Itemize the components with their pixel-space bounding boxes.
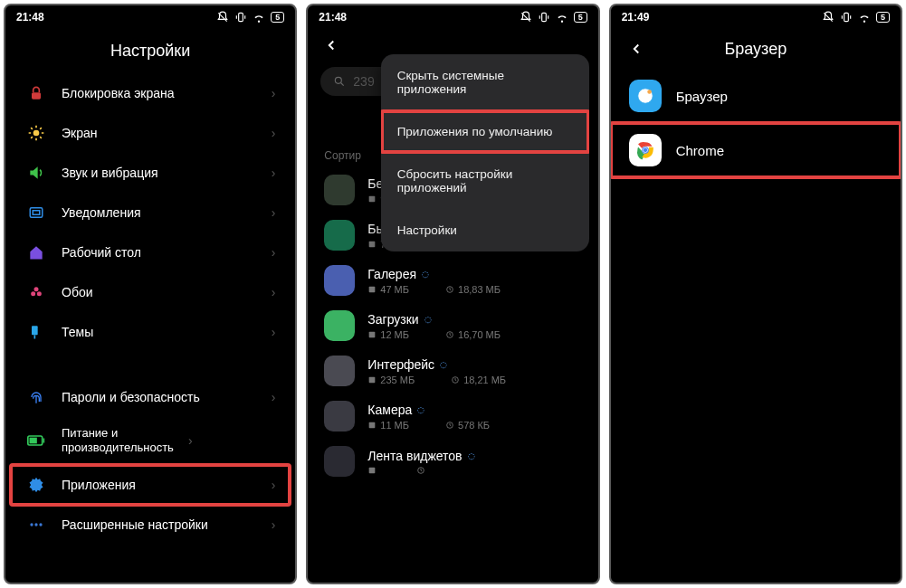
- gear-icon: [25, 474, 47, 496]
- sun-icon: [25, 122, 47, 144]
- chrome-icon: [629, 134, 662, 166]
- svg-rect-17: [541, 13, 546, 21]
- app-row[interactable]: Интерфейс◌235 МБ18,21 МБ: [308, 348, 597, 394]
- settings-item-label: Рабочий стол: [62, 245, 257, 260]
- app-size: 235 МБ: [367, 375, 415, 385]
- svg-point-6: [31, 291, 35, 296]
- app-cache: 578 КБ: [445, 420, 490, 431]
- brush-icon: [25, 321, 47, 343]
- svg-rect-25: [369, 331, 376, 337]
- settings-item-label: Обои: [62, 285, 257, 299]
- app-row[interactable]: Галерея◌47 МБ18,83 МБ: [308, 258, 597, 303]
- status-right: 5: [822, 11, 890, 24]
- settings-item-label: Блокировка экрана: [62, 86, 257, 100]
- svg-rect-21: [369, 241, 376, 247]
- svg-point-15: [34, 523, 37, 526]
- search-placeholder: 239: [353, 74, 374, 89]
- settings-item-home[interactable]: Рабочий стол›: [11, 232, 290, 272]
- app-cache: 18,21 МБ: [451, 375, 506, 385]
- app-icon: [324, 220, 355, 251]
- status-right: 5: [520, 11, 587, 24]
- status-bar: 21:49 5: [611, 5, 901, 25]
- settings-item-flower[interactable]: Обои›: [11, 272, 290, 312]
- battery-icon: 5: [876, 12, 890, 23]
- app-row[interactable]: Камера◌11 МБ578 КБ: [308, 394, 597, 439]
- dots-icon: [25, 514, 47, 536]
- menu-item[interactable]: Сбросить настройки приложений: [381, 153, 589, 209]
- status-time: 21:48: [16, 11, 44, 24]
- back-button[interactable]: [625, 38, 647, 60]
- svg-rect-29: [369, 422, 376, 428]
- flower-icon: [25, 281, 47, 303]
- status-time: 21:49: [622, 11, 650, 24]
- wifi-icon: [253, 11, 265, 24]
- settings-item-sun[interactable]: Экран›: [11, 113, 290, 153]
- settings-item-brush[interactable]: Темы›: [11, 312, 290, 352]
- browser-option[interactable]: Chrome: [611, 123, 901, 177]
- back-button[interactable]: [320, 34, 342, 56]
- settings-item-label: Приложения: [62, 478, 257, 492]
- browser-option-label: Браузер: [676, 89, 728, 104]
- menu-item[interactable]: Приложения по умолчанию: [381, 110, 589, 153]
- chevron-right-icon: ›: [272, 285, 276, 299]
- settings-list: Блокировка экрана›Экран›Звук и вибрация›…: [5, 73, 295, 583]
- settings-item-sound[interactable]: Звук и вибрация›: [11, 153, 290, 193]
- settings-item-label: Темы: [62, 325, 257, 339]
- dnd-icon: [216, 11, 229, 24]
- app-size: 12 МБ: [367, 329, 409, 340]
- svg-rect-9: [34, 335, 36, 338]
- chevron-right-icon: ›: [272, 325, 276, 339]
- settings-item-gear[interactable]: Приложения›: [11, 465, 290, 505]
- svg-rect-8: [32, 326, 38, 335]
- settings-item-bell[interactable]: Уведомления›: [11, 193, 290, 232]
- loading-icon: ◌: [422, 270, 429, 279]
- app-cache: [416, 466, 429, 475]
- settings-item-label: Пароли и безопасность: [62, 390, 257, 404]
- svg-point-36: [647, 90, 652, 94]
- loading-icon: ◌: [468, 451, 475, 460]
- dnd-icon: [822, 11, 834, 24]
- svg-rect-33: [844, 13, 849, 21]
- vibrate-icon: [840, 11, 853, 24]
- app-icon: [324, 265, 355, 296]
- loading-icon: ◌: [424, 315, 432, 324]
- svg-rect-1: [32, 92, 41, 100]
- app-row[interactable]: Лента виджетов◌: [308, 439, 597, 484]
- lock-icon: [25, 82, 47, 104]
- settings-item-fingerprint[interactable]: Пароли и безопасность›: [11, 377, 290, 417]
- home-icon: [25, 242, 47, 263]
- browser-icon: [629, 80, 662, 112]
- svg-rect-3: [30, 208, 43, 218]
- page-title: Браузер: [647, 40, 864, 59]
- settings-item-battery[interactable]: Питание и производительность›: [11, 417, 290, 465]
- browser-app-list: БраузерChrome: [611, 69, 901, 177]
- bell-icon: [25, 202, 47, 223]
- app-icon: [324, 356, 355, 386]
- chevron-right-icon: ›: [272, 126, 276, 140]
- app-name: Загрузки: [367, 312, 418, 327]
- svg-point-2: [33, 130, 40, 137]
- app-row[interactable]: Загрузки◌12 МБ16,70 МБ: [308, 303, 597, 348]
- chevron-right-icon: ›: [272, 478, 276, 492]
- status-bar: 21:48 5: [308, 5, 597, 25]
- settings-item-lock[interactable]: Блокировка экрана›: [11, 73, 290, 113]
- wifi-icon: [556, 11, 568, 24]
- app-icon: [324, 446, 355, 477]
- battery-icon: [25, 430, 47, 451]
- chevron-right-icon: ›: [272, 517, 276, 532]
- browser-option[interactable]: Браузер: [611, 69, 901, 123]
- fingerprint-icon: [25, 386, 47, 408]
- app-name: Камера: [367, 403, 412, 417]
- menu-item[interactable]: Скрыть системные приложения: [381, 54, 589, 110]
- svg-rect-19: [369, 195, 376, 202]
- settings-item-dots[interactable]: Расширенные настройки›: [11, 505, 290, 545]
- page-title: Настройки: [5, 25, 295, 73]
- svg-point-18: [336, 77, 342, 83]
- menu-item[interactable]: Настройки: [381, 209, 589, 251]
- app-size: 11 МБ: [367, 420, 409, 431]
- app-size: 47 МБ: [367, 284, 409, 295]
- dnd-icon: [520, 11, 532, 24]
- app-cache: 16,70 МБ: [445, 329, 501, 340]
- browser-option-label: Chrome: [676, 143, 724, 158]
- phone-browser-default: 21:49 5 Браузер БраузерChrome: [609, 4, 902, 584]
